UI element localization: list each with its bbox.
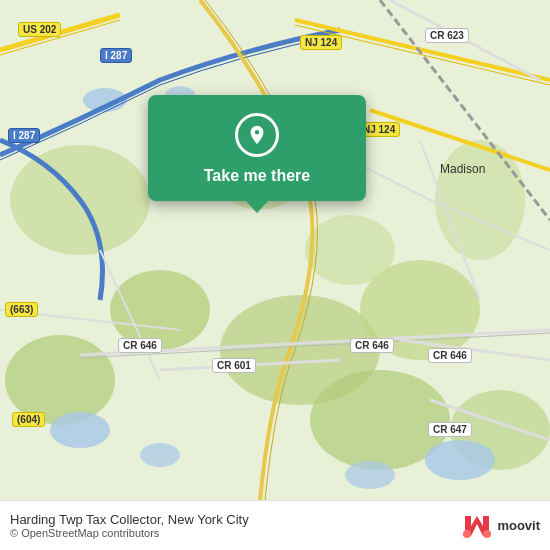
svg-point-35 bbox=[483, 530, 491, 538]
svg-point-13 bbox=[50, 412, 110, 448]
moovit-icon bbox=[461, 512, 493, 540]
road-label-us202: US 202 bbox=[18, 22, 61, 37]
location-label-madison: Madison bbox=[440, 162, 485, 176]
svg-point-10 bbox=[305, 215, 395, 285]
road-label-cr646a: CR 646 bbox=[118, 338, 162, 353]
moovit-text: moovit bbox=[497, 518, 540, 533]
road-label-cr646c: CR 646 bbox=[428, 348, 472, 363]
map-attribution: © OpenStreetMap contributors bbox=[10, 527, 461, 539]
road-label-cr663: (663) bbox=[5, 302, 38, 317]
popup-label: Take me there bbox=[204, 167, 310, 185]
road-label-cr646b: CR 646 bbox=[350, 338, 394, 353]
moovit-logo: moovit bbox=[461, 512, 540, 540]
map-container: US 202 I 287 NJ 124 CR 623 I 287 NJ 124 … bbox=[0, 0, 550, 500]
bottom-bar: Harding Twp Tax Collector, New York City… bbox=[0, 500, 550, 550]
road-label-cr647: CR 647 bbox=[428, 422, 472, 437]
location-pin-circle bbox=[235, 113, 279, 157]
place-name: Harding Twp Tax Collector, New York City bbox=[10, 512, 461, 527]
svg-point-15 bbox=[425, 440, 495, 480]
road-label-cr604: (604) bbox=[12, 412, 45, 427]
road-label-i287b: I 287 bbox=[8, 128, 40, 143]
pin-icon bbox=[246, 124, 268, 146]
svg-point-14 bbox=[140, 443, 180, 467]
road-label-cr601: CR 601 bbox=[212, 358, 256, 373]
road-label-i287a: I 287 bbox=[100, 48, 132, 63]
svg-point-16 bbox=[345, 461, 395, 489]
road-label-cr623: CR 623 bbox=[425, 28, 469, 43]
svg-point-34 bbox=[463, 530, 471, 538]
map-popup[interactable]: Take me there bbox=[148, 95, 366, 201]
road-label-nj124a: NJ 124 bbox=[300, 35, 342, 50]
